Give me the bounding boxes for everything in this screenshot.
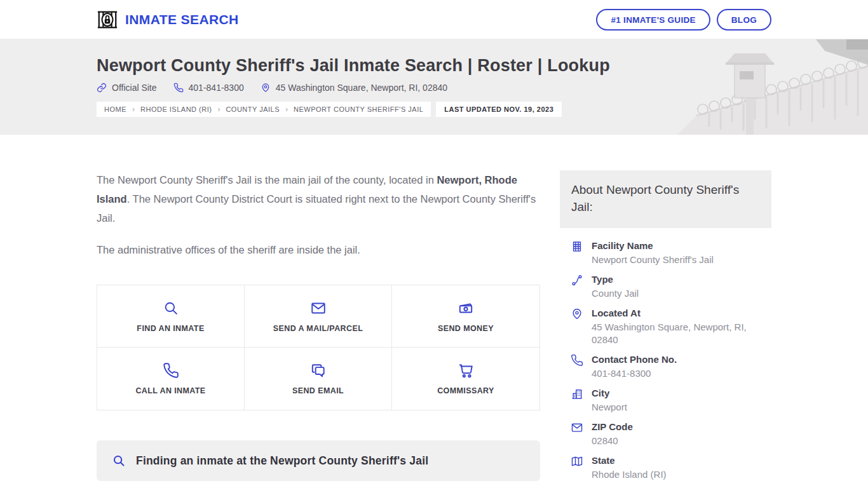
- finding-inmate-section-heading: Finding an inmate at the Newport County …: [97, 440, 540, 481]
- inmates-guide-button[interactable]: #1 INMATE'S GUIDE: [596, 9, 710, 30]
- breadcrumb-county-jails[interactable]: COUNTY JAILS: [226, 105, 280, 113]
- header-nav: #1 INMATE'S GUIDE BLOG: [596, 9, 771, 30]
- state-item: State Rhode Island (RI): [571, 454, 771, 481]
- official-site-link[interactable]: Official Site: [97, 83, 157, 93]
- phone-icon: [571, 353, 583, 380]
- jail-bars-lock-icon: [97, 9, 118, 30]
- facility-meta-row: Official Site 401-841-8300 45 Washing: [97, 83, 771, 93]
- breadcrumb-separator-icon: ›: [217, 105, 220, 113]
- contact-phone-item: Contact Phone No. 401-841-8300: [571, 353, 771, 380]
- breadcrumb-state[interactable]: RHODE ISLAND (RI): [140, 105, 212, 113]
- breadcrumb-home[interactable]: HOME: [104, 105, 126, 113]
- commissary-button[interactable]: COMMISSARY: [392, 348, 539, 410]
- official-site-label: Official Site: [112, 83, 157, 93]
- about-facility-card: About Newport County Sheriff's Jail: Fac…: [560, 170, 771, 488]
- money-icon: [458, 300, 474, 316]
- envelope-icon: [571, 421, 583, 447]
- map-pin-icon: [571, 307, 583, 346]
- site-logo[interactable]: INMATE SEARCH: [97, 9, 239, 30]
- breadcrumb: HOME › RHODE ISLAND (RI) › COUNTY JAILS …: [97, 102, 431, 117]
- inmate-actions-grid: FIND AN INMATE SEND A MAIL/PARCEL: [97, 285, 540, 410]
- find-an-inmate-button[interactable]: FIND AN INMATE: [97, 285, 245, 348]
- intro-paragraph: The Newport County Sheriff's Jail is the…: [97, 170, 540, 227]
- located-at-item: Located At 45 Washington Square, Newport…: [571, 307, 771, 346]
- type-item: Type County Jail: [571, 273, 771, 300]
- zip-code-item: ZIP Code 02840: [571, 421, 771, 447]
- chain-link-icon: [97, 83, 107, 93]
- logo-text: INMATE SEARCH: [125, 12, 239, 27]
- search-icon: [163, 300, 179, 316]
- send-email-button[interactable]: SEND EMAIL: [245, 348, 392, 410]
- phone-link[interactable]: 401-841-8300: [173, 83, 244, 93]
- last-updated-badge: LAST UPDATED NOV. 19, 2023: [436, 102, 562, 117]
- address-item: 45 Washington Square, Newport, RI, 02840: [261, 83, 447, 93]
- route-icon: [571, 273, 583, 300]
- send-money-button[interactable]: SEND MONEY: [392, 285, 539, 348]
- address-text: 45 Washington Square, Newport, RI, 02840: [276, 83, 447, 93]
- chat-icon: [310, 362, 327, 379]
- breadcrumb-current: NEWPORT COUNTY SHERIFF'S JAIL: [294, 105, 423, 113]
- phone-icon: [173, 83, 184, 93]
- mail-icon: [310, 300, 327, 316]
- call-an-inmate-button[interactable]: CALL AN INMATE: [97, 348, 245, 410]
- facility-name-item: Facility Name Newport County Sheriff's J…: [571, 240, 771, 266]
- city-item: City Newport: [571, 387, 771, 414]
- admin-paragraph: The administrative offices of the sherif…: [97, 240, 540, 259]
- city-buildings-icon: [571, 387, 583, 414]
- map-icon: [571, 454, 583, 481]
- page-title: Newport County Sheriff's Jail Inmate Sea…: [97, 56, 771, 76]
- main-article: The Newport County Sheriff's Jail is the…: [97, 170, 540, 488]
- breadcrumb-separator-icon: ›: [132, 105, 135, 113]
- about-card-title: About Newport County Sheriff's Jail:: [571, 181, 760, 215]
- breadcrumb-separator-icon: ›: [285, 105, 288, 113]
- cart-icon: [458, 362, 474, 379]
- blog-button[interactable]: BLOG: [717, 9, 771, 30]
- hero-banner: Newport County Sheriff's Jail Inmate Sea…: [0, 39, 868, 135]
- phone-icon: [163, 362, 179, 379]
- search-icon: [112, 454, 126, 468]
- send-mail-parcel-button[interactable]: SEND A MAIL/PARCEL: [245, 285, 392, 348]
- building-icon: [571, 240, 583, 266]
- map-pin-icon: [261, 83, 271, 93]
- phone-number: 401-841-8300: [189, 83, 244, 93]
- site-header: INMATE SEARCH #1 INMATE'S GUIDE BLOG: [0, 0, 868, 39]
